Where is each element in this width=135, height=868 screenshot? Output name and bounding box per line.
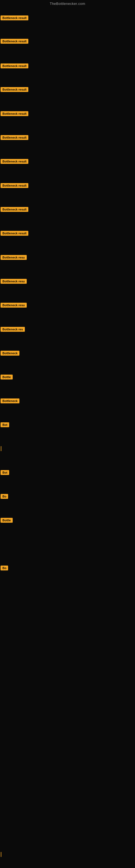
badge-row-8: Bottleneck result <box>1 183 28 189</box>
badge-row-7: Bottleneck result <box>1 159 28 165</box>
site-title: TheBottlenecker.com <box>0 0 135 7</box>
badge-row-17: Bottleneck <box>1 399 19 404</box>
badge-row-5: Bottleneck result <box>1 111 28 117</box>
badge-row-3: Bottleneck result <box>1 63 28 69</box>
bottleneck-badge-1[interactable]: Bottleneck result <box>1 16 28 20</box>
bottleneck-badge-2[interactable]: Bottleneck result <box>1 39 28 44</box>
badge-row-2: Bottleneck result <box>1 39 28 45</box>
bottleneck-badge-18[interactable]: Bot <box>1 422 9 427</box>
badge-row-21: Bo <box>1 494 8 500</box>
vertical-line-36 <box>1 852 1 857</box>
bottleneck-badge-5[interactable]: Bottleneck result <box>1 111 28 116</box>
badge-row-9: Bottleneck result <box>1 207 28 213</box>
bottleneck-badge-21[interactable]: Bo <box>1 494 8 499</box>
badge-row-4: Bottleneck result <box>1 87 28 93</box>
badge-row-12: Bottleneck resu <box>1 279 27 285</box>
bottleneck-badge-8[interactable]: Bottleneck result <box>1 183 28 188</box>
bottleneck-badge-17[interactable]: Bottleneck <box>1 399 19 403</box>
badge-row-6: Bottleneck result <box>1 135 28 141</box>
badge-row-22: Bottle <box>1 518 13 524</box>
bottleneck-badge-11[interactable]: Bottleneck resu <box>1 255 27 260</box>
bottleneck-badge-6[interactable]: Bottleneck result <box>1 135 28 140</box>
badge-row-13: Bottleneck resu <box>1 303 27 309</box>
bottleneck-badge-20[interactable]: Bot <box>1 470 9 475</box>
badge-row-11: Bottleneck resu <box>1 255 27 261</box>
bottleneck-badge-24[interactable]: Bo <box>1 565 8 570</box>
badge-row-10: Bottleneck result <box>1 231 28 237</box>
badge-row-1: Bottleneck result <box>1 16 28 22</box>
badge-row-18: Bot <box>1 422 9 428</box>
badge-row-24: Bo <box>1 565 8 571</box>
bottleneck-badge-14[interactable]: Bottleneck res <box>1 327 25 332</box>
bottleneck-badge-13[interactable]: Bottleneck resu <box>1 303 27 308</box>
vertical-line-19 <box>1 446 1 451</box>
bottleneck-badge-15[interactable]: Bottleneck <box>1 351 19 355</box>
bottleneck-badge-10[interactable]: Bottleneck result <box>1 231 28 236</box>
bottleneck-badge-16[interactable]: Bottle <box>1 375 13 379</box>
bottleneck-badge-3[interactable]: Bottleneck result <box>1 63 28 68</box>
bottleneck-badge-4[interactable]: Bottleneck result <box>1 87 28 92</box>
badge-row-14: Bottleneck res <box>1 327 25 333</box>
badge-row-15: Bottleneck <box>1 351 19 357</box>
badge-row-20: Bot <box>1 470 9 476</box>
bottleneck-badge-22[interactable]: Bottle <box>1 518 13 523</box>
bottleneck-badge-12[interactable]: Bottleneck resu <box>1 279 27 284</box>
badge-row-16: Bottle <box>1 375 13 380</box>
bottleneck-badge-7[interactable]: Bottleneck result <box>1 159 28 164</box>
bottleneck-badge-9[interactable]: Bottleneck result <box>1 207 28 212</box>
